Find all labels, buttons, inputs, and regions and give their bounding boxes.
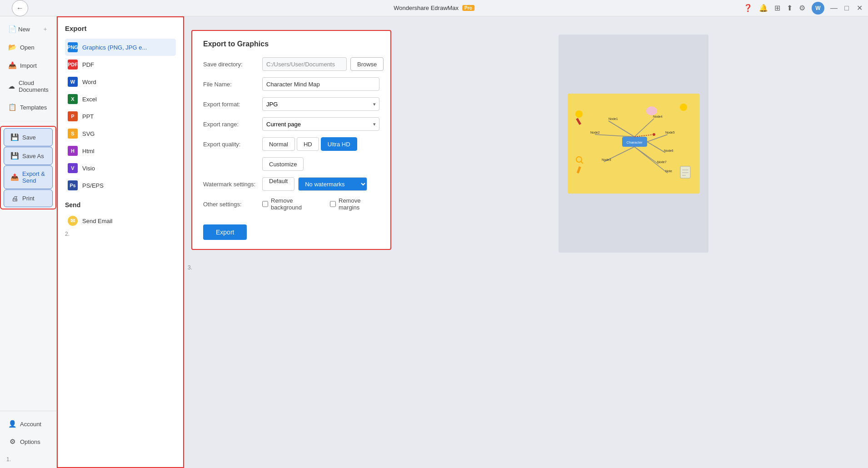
- watermark-control: Default No watermarks Default watermark …: [262, 177, 379, 191]
- export-item-svg[interactable]: S SVG: [65, 125, 176, 142]
- png-icon: PNG: [68, 42, 78, 52]
- export-item-png-label: Graphics (PNG, JPG e...: [82, 44, 147, 51]
- bell-icon[interactable]: 🔔: [759, 4, 768, 12]
- customize-button[interactable]: Customize: [262, 157, 304, 171]
- export-format-label: Export format:: [203, 101, 262, 108]
- export-item-word[interactable]: W Word: [65, 73, 176, 90]
- print-icon: 🖨: [10, 194, 19, 202]
- app-name: Wondershare EdrawMax: [394, 5, 459, 11]
- browse-button[interactable]: Browse: [350, 57, 384, 71]
- sidebar-item-open[interactable]: 📂 Open: [2, 39, 55, 56]
- svg-text:Node5: Node5: [665, 131, 675, 134]
- sidebar-item-import[interactable]: 📥 Import: [2, 57, 55, 74]
- svg-text:Node2: Node2: [590, 131, 600, 134]
- export-range-row: Export range: Current page All pages: [203, 117, 379, 131]
- quality-hd-button[interactable]: HD: [297, 137, 319, 151]
- export-item-svg-label: SVG: [82, 130, 95, 137]
- save-directory-control: Browse: [262, 57, 384, 71]
- send-title: Send: [65, 201, 176, 209]
- file-name-row: File Name:: [203, 77, 379, 91]
- back-button[interactable]: ←: [12, 0, 28, 16]
- svg-rect-24: [680, 166, 690, 178]
- preview-container: Character Node1 Node2 Node3: [559, 35, 708, 253]
- export-panel: Export PNG Graphics (PNG, JPG e... PDF P…: [57, 16, 184, 468]
- watermark-select[interactable]: No watermarks Default watermark Custom w…: [298, 177, 367, 191]
- remove-margins-label[interactable]: Remove margins: [330, 197, 379, 211]
- file-name-label: File Name:: [203, 81, 262, 88]
- export-item-png[interactable]: PNG Graphics (PNG, JPG e...: [65, 39, 176, 56]
- file-name-control: [262, 77, 379, 91]
- sidebar-item-saveas[interactable]: 💾 Save As: [4, 147, 53, 165]
- sidebar-item-new-label: New: [18, 26, 30, 33]
- export-item-html[interactable]: H Html: [65, 142, 176, 159]
- export-format-select[interactable]: JPG PNG BMP SVG: [262, 97, 379, 111]
- sidebar-item-save[interactable]: 💾 Save: [4, 128, 53, 146]
- svg-point-19: [575, 110, 583, 118]
- grid-icon[interactable]: ⊞: [774, 4, 780, 12]
- step1-label: 1.: [0, 454, 56, 464]
- quality-ultrahd-button[interactable]: Ultra HD: [321, 137, 357, 151]
- sidebar-item-saveas-label: Save As: [22, 153, 44, 159]
- customize-row: Customize: [262, 157, 379, 171]
- saveas-icon: 💾: [10, 152, 19, 160]
- export-range-select[interactable]: Current page All pages: [262, 117, 379, 131]
- sidebar-item-templates[interactable]: 📋 Templates: [2, 99, 55, 116]
- export-item-visio-label: Visio: [82, 165, 95, 172]
- sidebar-item-options[interactable]: ⚙ Options: [2, 433, 55, 450]
- export-item-excel[interactable]: X Excel: [65, 90, 176, 108]
- export-item-pdf[interactable]: PDF PDF: [65, 56, 176, 73]
- export-item-visio[interactable]: V Visio: [65, 159, 176, 177]
- help-icon[interactable]: ❓: [743, 4, 753, 12]
- save-directory-input[interactable]: [262, 57, 347, 71]
- share-icon[interactable]: ⬆: [787, 4, 793, 12]
- watermark-default-label: Default: [262, 177, 294, 191]
- minimize-button[interactable]: —: [831, 5, 837, 11]
- send-email-item[interactable]: ✉ Send Email: [65, 212, 176, 229]
- export-quality-label: Export quality:: [203, 141, 262, 148]
- sidebar-item-export[interactable]: 📤 Export & Send: [4, 165, 53, 189]
- export-quality-control: Normal HD Ultra HD: [262, 137, 379, 151]
- remove-background-checkbox[interactable]: [262, 201, 268, 207]
- svg-text:Node1: Node1: [609, 117, 618, 120]
- svg-point-31: [653, 133, 655, 136]
- remove-background-label[interactable]: Remove background: [262, 197, 321, 211]
- preview-area: Character Node1 Node2 Node3: [399, 16, 868, 468]
- sidebar-item-print[interactable]: 🖨 Print: [4, 189, 53, 207]
- sidebar-item-save-label: Save: [22, 134, 36, 141]
- export-button[interactable]: Export: [203, 224, 247, 240]
- close-button[interactable]: ✕: [856, 5, 863, 11]
- remove-margins-checkbox[interactable]: [330, 201, 336, 207]
- file-name-input[interactable]: [262, 77, 379, 91]
- export-item-word-label: Word: [82, 79, 96, 85]
- svg-point-20: [680, 104, 687, 111]
- export-item-html-label: Html: [82, 148, 95, 154]
- sidebar-item-cloud[interactable]: ☁ Cloud Documents: [2, 75, 55, 98]
- export-range-label: Export range:: [203, 121, 262, 128]
- settings-icon[interactable]: ⚙: [799, 4, 805, 12]
- user-avatar[interactable]: W: [812, 2, 824, 15]
- export-format-row: Export format: JPG PNG BMP SVG: [203, 97, 379, 111]
- svg-text:Node6: Node6: [664, 149, 673, 152]
- sidebar-item-account-label: Account: [20, 421, 41, 428]
- pdf-icon: PDF: [68, 60, 78, 70]
- html-icon: H: [68, 146, 78, 156]
- quality-normal-button[interactable]: Normal: [262, 137, 295, 151]
- export-item-ps-label: PS/EPS: [82, 182, 104, 189]
- sidebar-item-new[interactable]: 📄 New ＋: [2, 20, 55, 38]
- svg-icon: S: [68, 129, 78, 139]
- settings-panel: Export to Graphics Save directory: Brows…: [191, 30, 391, 250]
- export-item-ppt[interactable]: P PPT: [65, 108, 176, 125]
- sidebar-bottom: 👤 Account ⚙ Options: [0, 411, 56, 451]
- svg-text:Character: Character: [626, 140, 642, 144]
- export-item-pdf-label: PDF: [82, 61, 94, 68]
- export-item-ps[interactable]: Ps PS/EPS: [65, 177, 176, 194]
- maximize-button[interactable]: □: [843, 5, 850, 11]
- step3-label: 3.: [184, 263, 196, 273]
- other-settings-control: Remove background Remove margins: [262, 197, 379, 211]
- mind-map-svg: Character Node1 Node2 Node3: [568, 94, 699, 194]
- new-icon: 📄: [8, 25, 16, 33]
- sidebar-item-account[interactable]: 👤 Account: [2, 415, 55, 433]
- sidebar-item-open-label: Open: [20, 44, 35, 51]
- sidebar: 📄 New ＋ 📂 Open 📥 Import ☁ Cloud Document…: [0, 16, 57, 468]
- back-icon: ←: [16, 4, 24, 12]
